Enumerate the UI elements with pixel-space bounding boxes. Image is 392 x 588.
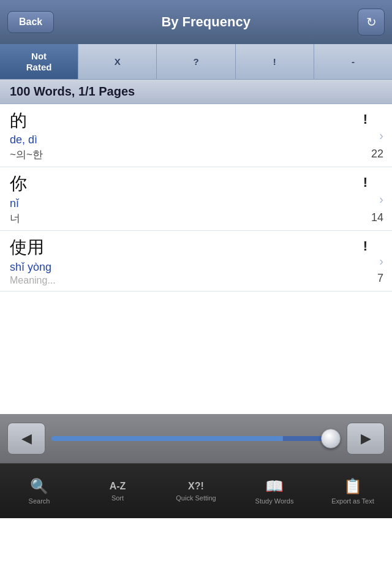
sort-icon: A-Z	[110, 481, 126, 492]
next-icon: ▶	[361, 431, 371, 447]
refresh-button[interactable]: ↻	[358, 9, 385, 36]
word-badge: !	[363, 238, 368, 254]
filter-tab-exclaim-label: !	[273, 56, 276, 67]
filter-tab-x[interactable]: X	[78, 44, 157, 79]
prev-icon: ◀	[21, 431, 32, 447]
chevron-right-icon: ›	[379, 129, 383, 143]
section-header: 100 Words, 1/1 Pages	[0, 80, 392, 104]
filter-tab-dash[interactable]: -	[314, 44, 392, 79]
chevron-right-icon: ›	[379, 192, 383, 206]
word-pinyin: shǐ yòng	[10, 260, 382, 274]
quick-setting-icon: X?!	[188, 481, 204, 492]
tab-export-label: Export as Text	[331, 497, 374, 505]
filter-tab-not-rated[interactable]: Not Rated	[0, 44, 78, 79]
tab-search-label: Search	[29, 497, 50, 505]
tab-study-words-label: Study Words	[255, 497, 294, 505]
filter-tab-question[interactable]: ?	[157, 44, 235, 79]
list-item[interactable]: 使用 shǐ yòng Meaning... ! › 7	[0, 231, 392, 292]
word-pinyin: nǐ	[10, 197, 382, 210]
next-page-button[interactable]: ▶	[347, 423, 385, 454]
word-meaning: Meaning...	[10, 275, 382, 286]
back-button[interactable]: Back	[7, 11, 54, 33]
tab-study-words[interactable]: 📖 Study Words	[235, 464, 314, 518]
study-words-icon: 📖	[265, 478, 284, 495]
word-count: 22	[371, 148, 383, 160]
tab-search[interactable]: 🔍 Search	[0, 464, 78, 518]
word-char: 的	[10, 109, 382, 132]
tab-bar: 🔍 Search A-Z Sort X?! Quick Setting 📖 St…	[0, 463, 392, 518]
export-icon: 📋	[344, 478, 362, 495]
word-char: 你	[10, 172, 382, 195]
word-count: 7	[377, 272, 383, 285]
filter-bar: Not Rated X ? ! -	[0, 44, 392, 80]
word-badge: !	[363, 175, 368, 190]
filter-tab-x-label: X	[115, 56, 121, 67]
page-title: By Frequency	[161, 14, 251, 30]
slider-bar: ◀ ▶	[0, 414, 392, 463]
tab-quick-setting[interactable]: X?! Quick Setting	[157, 464, 235, 518]
word-badge: !	[363, 111, 368, 127]
filter-tab-exclaim[interactable]: !	[236, 44, 314, 79]
word-subtitle: ~의~한	[10, 148, 382, 162]
chevron-right-icon: ›	[379, 254, 383, 268]
slider-thumb[interactable]	[321, 429, 341, 448]
filter-tab-question-label: ?	[193, 56, 198, 67]
prev-page-button[interactable]: ◀	[7, 423, 45, 454]
word-count: 14	[371, 211, 383, 224]
refresh-icon: ↻	[366, 15, 377, 29]
word-char: 使用	[10, 236, 382, 259]
word-subtitle: 너	[10, 211, 382, 225]
header: Back By Frequency ↻	[0, 0, 392, 44]
slider-track	[51, 436, 341, 441]
tab-quick-setting-label: Quick Setting	[176, 494, 216, 502]
tab-sort-label: Sort	[111, 494, 124, 502]
slider-track-container[interactable]	[51, 432, 341, 445]
list-item[interactable]: 你 nǐ 너 ! › 14	[0, 167, 392, 231]
filter-tab-dash-label: -	[352, 56, 355, 67]
list-item[interactable]: 的 de, dì ~의~한 ! › 22	[0, 104, 392, 167]
section-label: 100 Words, 1/1 Pages	[10, 85, 135, 98]
tab-sort[interactable]: A-Z Sort	[78, 464, 157, 518]
filter-tab-not-rated-label: Not Rated	[26, 51, 52, 73]
word-pinyin: de, dì	[10, 134, 382, 146]
tab-export[interactable]: 📋 Export as Text	[314, 464, 392, 518]
search-icon: 🔍	[30, 478, 48, 495]
